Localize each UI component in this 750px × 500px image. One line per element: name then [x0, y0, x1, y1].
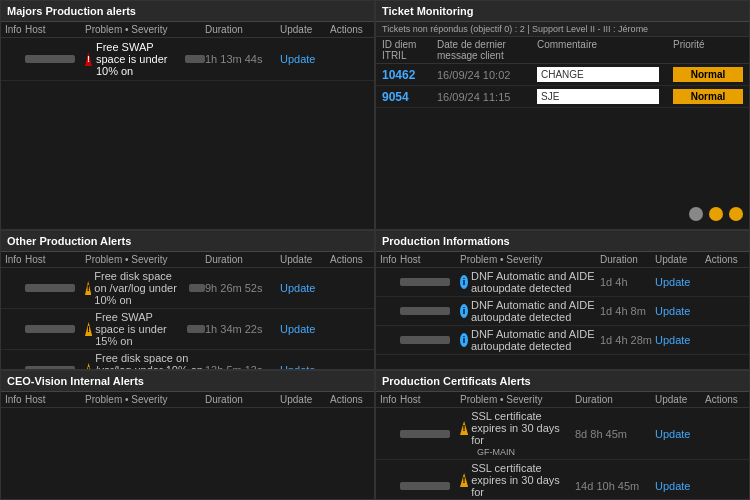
ticket-id-2[interactable]: 9054	[382, 90, 437, 104]
prodinf-panel: Production Informations Info Host Proble…	[375, 230, 750, 370]
problem-cell: ! Free SWAP space is under 15% on	[85, 311, 205, 347]
severity-badge: i	[460, 275, 468, 289]
update-link[interactable]: Update	[280, 282, 330, 294]
ticket-comment-input-1[interactable]	[537, 67, 659, 82]
col-actions: Actions	[330, 254, 370, 265]
problem-cell: i DNF Automatic and AIDE autoupdate dete…	[460, 270, 600, 294]
duration-cell: 8d 8h 45m	[575, 428, 655, 440]
table-row: ! Free SWAP space is under 15% on 1h 34m…	[1, 309, 374, 350]
ticket-col-id: ID diem ITRIL	[382, 39, 437, 61]
col-info: Info	[380, 394, 400, 405]
col-problem: Problem • Severity	[85, 254, 205, 265]
col-actions: Actions	[330, 394, 370, 405]
host-label	[25, 53, 85, 65]
col-actions: Actions	[705, 254, 745, 265]
update-link[interactable]: Update	[655, 276, 705, 288]
ticket-header: ID diem ITRIL Date de dernier message cl…	[376, 37, 749, 64]
col-problem: Problem • Severity	[85, 394, 205, 405]
col-info: Info	[5, 24, 25, 35]
certs-header: Info Host Problem • Severity Duration Up…	[376, 392, 749, 408]
col-host: Host	[400, 394, 460, 405]
majors-panel: Majors Production alerts Info Host Probl…	[0, 0, 375, 230]
col-host: Host	[25, 24, 85, 35]
update-link[interactable]: Update	[280, 53, 330, 65]
col-host: Host	[400, 254, 460, 265]
ticket-panel: Ticket Monitoring Tickets non répondus (…	[375, 0, 750, 230]
table-row: ! Free disk space on /var/log under 10% …	[1, 268, 374, 309]
severity-badge: !	[85, 322, 92, 336]
severity-badge: !	[85, 281, 91, 295]
host-label	[25, 282, 85, 294]
col-info: Info	[5, 394, 25, 405]
col-update: Update	[655, 254, 705, 265]
col-update: Update	[280, 394, 330, 405]
col-actions: Actions	[330, 24, 370, 35]
duration-cell: 1d 4h 28m	[600, 334, 655, 346]
host-label	[25, 323, 85, 335]
ticket-comment-2	[537, 89, 673, 104]
col-info: Info	[380, 254, 400, 265]
ticket-date-1: 16/09/24 10:02	[437, 69, 537, 81]
ceo-rows	[1, 408, 374, 499]
update-link[interactable]: Update	[280, 364, 330, 369]
problem-cell: ! Free disk space on /var/log under 10% …	[85, 270, 205, 306]
problem-cell: ! Free disk space on /var/log under 10% …	[85, 352, 205, 369]
table-row: i DNF Automatic and AIDE autoupdate dete…	[376, 297, 749, 326]
host-label	[400, 305, 460, 317]
host-label	[400, 428, 460, 440]
host-label	[400, 480, 460, 492]
problem-cell: i DNF Automatic and AIDE autoupdate dete…	[460, 328, 600, 352]
prodinf-title: Production Informations	[376, 231, 749, 252]
severity-badge: !	[460, 473, 468, 487]
col-host: Host	[25, 394, 85, 405]
certs-panel: Production Certificats Alerts Info Host …	[375, 370, 750, 500]
problem-cell: i DNF Automatic and AIDE autoupdate dete…	[460, 299, 600, 323]
duration-cell: 1h 34m 22s	[205, 323, 280, 335]
table-row: i DNF Automatic and AIDE autoupdate dete…	[376, 326, 749, 355]
ticket-comment-input-2[interactable]	[537, 89, 659, 104]
table-row: ! Free SWAP space is under 10% on 1h 13m…	[1, 38, 374, 81]
ticket-rows: 10462 16/09/24 10:02 Normal 9054 16/09/2…	[376, 64, 749, 201]
other-title: Other Production Alerts	[1, 231, 374, 252]
host-label	[25, 364, 85, 369]
table-row: 9054 16/09/24 11:15 Normal	[376, 86, 749, 108]
ticket-id-1[interactable]: 10462	[382, 68, 437, 82]
prodinf-header: Info Host Problem • Severity Duration Up…	[376, 252, 749, 268]
update-link[interactable]: Update	[655, 334, 705, 346]
other-rows: ! Free disk space on /var/log under 10% …	[1, 268, 374, 369]
update-link[interactable]: Update	[655, 480, 705, 492]
duration-cell: 1d 4h	[600, 276, 655, 288]
duration-cell: 14d 10h 45m	[575, 480, 655, 492]
duration-cell: 1d 4h 8m	[600, 305, 655, 317]
majors-title: Majors Production alerts	[1, 1, 374, 22]
table-row: ! Free disk space on /var/log under 10% …	[1, 350, 374, 369]
update-link[interactable]: Update	[280, 323, 330, 335]
problem-cell: ! Free SWAP space is under 10% on	[85, 41, 205, 77]
problem-cell: ! SSL certificate expires in 30 days for…	[460, 462, 575, 499]
ticket-title: Ticket Monitoring	[376, 1, 749, 22]
dot-3[interactable]	[729, 207, 743, 221]
update-link[interactable]: Update	[655, 428, 705, 440]
table-row: ! SSL certificate expires in 30 days for…	[376, 408, 749, 460]
update-link[interactable]: Update	[655, 305, 705, 317]
other-header: Info Host Problem • Severity Duration Up…	[1, 252, 374, 268]
ticket-col-comment: Commentaire	[537, 39, 673, 61]
ceo-title: CEO-Vision Internal Alerts	[1, 371, 374, 392]
prodinf-rows: i DNF Automatic and AIDE autoupdate dete…	[376, 268, 749, 369]
col-duration: Duration	[600, 254, 655, 265]
host-label	[400, 334, 460, 346]
severity-badge: !	[85, 363, 92, 369]
col-info: Info	[5, 254, 25, 265]
dot-1[interactable]	[689, 207, 703, 221]
duration-cell: 13h 5m 13s	[205, 364, 280, 369]
ticket-subtitle: Tickets non répondus (objectif 0) : 2 | …	[376, 22, 749, 37]
duration-cell: 9h 26m 52s	[205, 282, 280, 294]
ticket-date-2: 16/09/24 11:15	[437, 91, 537, 103]
ceo-header: Info Host Problem • Severity Duration Up…	[1, 392, 374, 408]
dot-2[interactable]	[709, 207, 723, 221]
col-problem: Problem • Severity	[460, 254, 600, 265]
certs-rows: ! SSL certificate expires in 30 days for…	[376, 408, 749, 499]
ticket-priority-1: Normal	[673, 67, 743, 82]
pagination-dots	[376, 201, 749, 229]
table-row: 10462 16/09/24 10:02 Normal	[376, 64, 749, 86]
